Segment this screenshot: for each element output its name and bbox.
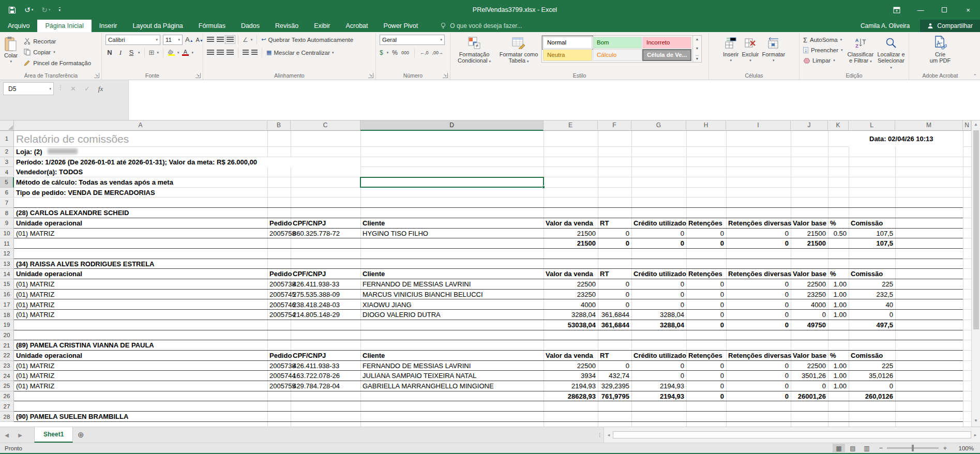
cell-E16[interactable]: 23250 [544, 290, 598, 300]
cell-A28[interactable]: (90) PAMELA SUELEN BRAMBILLA [14, 412, 267, 422]
cell-L9[interactable]: Comissão [849, 218, 895, 229]
cell-H16[interactable]: 0 [686, 290, 726, 300]
cell-style-normal[interactable]: Normal [543, 37, 592, 49]
tab-layout-da-p-gina[interactable]: Layout da Página [125, 20, 190, 32]
cell-A18[interactable]: (01) MATRIZ [14, 310, 267, 320]
cell-B17[interactable]: 2005746 [267, 300, 291, 310]
sort-filter-button[interactable]: AZ Classificar e Filtrar ▾ [846, 34, 876, 65]
cell-H10[interactable]: 0 [686, 229, 726, 239]
cell-A16[interactable]: (01) MATRIZ [14, 290, 267, 300]
tab-p-gina-inicial[interactable]: Página Inicial [37, 20, 91, 32]
cell-F25[interactable]: 329,2395 [598, 381, 631, 391]
cell-A1[interactable]: Relatório de comissões [14, 131, 267, 147]
insert-cells-button[interactable]: Inserir ▾ [721, 34, 741, 64]
vertical-scrollbar[interactable]: ▲ ▼ [971, 120, 980, 427]
cell-I26[interactable]: 0 [726, 391, 791, 402]
cell-H22[interactable]: Retenções [686, 351, 726, 361]
cell-J9[interactable]: Valor base [791, 218, 828, 229]
cell-E19[interactable]: 53038,04 [544, 320, 598, 330]
align-right-button[interactable] [227, 50, 234, 55]
cell-style-c-lculo[interactable]: Cálculo [593, 49, 642, 61]
cell-B25[interactable]: 2005755 [267, 381, 291, 391]
cell-F16[interactable]: 0 [598, 290, 631, 300]
cell-A22[interactable]: Unidade operacional [14, 351, 267, 361]
tab-acrobat[interactable]: Acrobat [338, 20, 375, 32]
cell-L25[interactable]: 0 [849, 381, 895, 391]
cell-I16[interactable]: 0 [726, 290, 791, 300]
cell-F18[interactable]: 361,6844 [598, 310, 631, 320]
cell-D10[interactable]: HYGINO TISO FILHO [360, 229, 544, 239]
cut-button[interactable]: Recortar [22, 36, 93, 47]
cell-K15[interactable]: 1.00 [828, 279, 849, 290]
conditional-formatting-button[interactable]: ≠ Formatação Condicional ▾ [453, 34, 496, 65]
cell-L1[interactable]: Data: 02/04/26 10:13 [849, 131, 963, 147]
col-header-E[interactable]: E [544, 120, 598, 131]
row-header-28[interactable]: 28 [0, 412, 14, 422]
customize-qat-button[interactable]: ▾ [59, 7, 61, 12]
row-header-7[interactable]: 7 [0, 198, 14, 208]
cell-J24[interactable]: 3501,26 [791, 371, 828, 381]
cell-F14[interactable]: RT [598, 269, 631, 279]
cell-I24[interactable]: 0 [726, 371, 791, 381]
cell-G24[interactable]: 0 [631, 371, 686, 381]
cell-F10[interactable]: 0 [598, 229, 631, 239]
sheet-tab-sheet1[interactable]: Sheet1 [34, 427, 73, 443]
align-left-button[interactable] [207, 50, 214, 55]
increase-decimal-button[interactable]: ←,0 [420, 50, 429, 55]
cell-style-incorreto[interactable]: Incorreto [642, 37, 691, 49]
cell-B14[interactable]: Pedido [267, 269, 291, 279]
find-select-button[interactable]: Localizar e Selecionar ▾ [876, 34, 907, 71]
cell-A4[interactable]: Vendedor(a): TODOS [14, 167, 267, 177]
cell-G26[interactable]: 2194,93 [631, 391, 686, 402]
cell-G25[interactable]: 2194,93 [631, 381, 686, 391]
cell-E17[interactable]: 4000 [544, 300, 598, 310]
cell-C9[interactable]: CPF/CNPJ [291, 218, 360, 229]
font-name-select[interactable]: Calibri▾ [105, 35, 160, 45]
cell-E22[interactable]: Valor da venda [544, 351, 598, 361]
italic-button[interactable]: I [116, 49, 125, 57]
cell-style-neutra[interactable]: Neutra [543, 49, 592, 61]
cell-D14[interactable]: Cliente [360, 269, 544, 279]
row-header-13[interactable]: 13 [0, 259, 14, 269]
row-header-8[interactable]: 8 [0, 208, 14, 218]
collapse-ribbon-icon[interactable]: ⌃ [973, 73, 977, 79]
cell-L14[interactable]: Comissão [849, 269, 895, 279]
cell-C16[interactable]: 275.535.388-09 [291, 290, 360, 300]
grow-font-button[interactable]: A▲ [185, 36, 193, 43]
cell-H26[interactable]: 0 [686, 391, 726, 402]
cell-G22[interactable]: Crédito utilizado [631, 351, 686, 361]
cell-L26[interactable]: 260,0126 [849, 391, 895, 402]
cell-C10[interactable]: 860.325.778-72 [291, 229, 360, 239]
row-header-5[interactable]: 5 [0, 177, 14, 188]
cell-K10[interactable]: 0.50 [828, 229, 849, 239]
cell-B22[interactable]: Pedido [267, 351, 291, 361]
font-color-button[interactable]: A [182, 49, 189, 56]
cell-E10[interactable]: 21500 [544, 229, 598, 239]
cell-J25[interactable]: 0 [791, 381, 828, 391]
row-header-11[interactable]: 11 [0, 238, 14, 249]
cell-C22[interactable]: CPF/CNPJ [291, 351, 360, 361]
decrease-indent-button[interactable] [243, 50, 249, 55]
cell-H15[interactable]: 0 [686, 279, 726, 290]
row-header-9[interactable]: 9 [0, 218, 14, 229]
cell-I25[interactable]: 0 [726, 381, 791, 391]
select-all-corner[interactable] [0, 120, 14, 131]
row-header-3[interactable]: 3 [0, 157, 14, 168]
cell-G16[interactable]: 0 [631, 290, 686, 300]
undo-button[interactable]: ↺▾ [24, 6, 33, 14]
cell-B16[interactable]: 2005745 [267, 290, 291, 300]
formula-input[interactable] [128, 80, 980, 120]
row-header-25[interactable]: 25 [0, 381, 14, 391]
cell-H17[interactable]: 0 [686, 300, 726, 310]
cell-G18[interactable]: 3288,04 [631, 310, 686, 320]
cell-G17[interactable]: 0 [631, 300, 686, 310]
merge-center-button[interactable]: ▦ Mesclar e Centralizar ▾ [266, 49, 334, 56]
cell-A13[interactable]: (34) RAISSA ALVES RODRIGUES ESTRELA [14, 259, 267, 269]
cell-K23[interactable]: 1.00 [828, 361, 849, 371]
cell-L24[interactable]: 35,0126 [849, 371, 895, 381]
align-middle-button[interactable] [217, 37, 224, 42]
cell-L18[interactable]: 0 [849, 310, 895, 320]
row-header-2[interactable]: 2 [0, 147, 14, 157]
borders-button[interactable]: ⊞ [149, 49, 155, 56]
vertical-scroll-thumb[interactable] [973, 130, 979, 329]
